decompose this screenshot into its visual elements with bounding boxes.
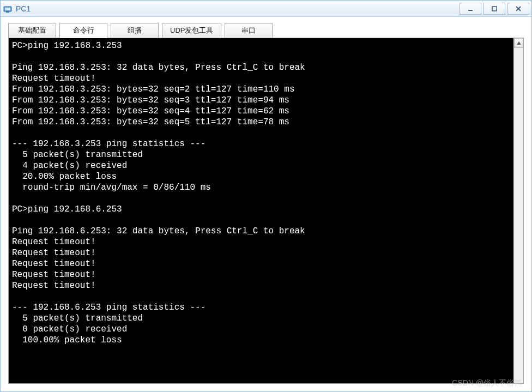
tab-basic-config[interactable]: 基础配置	[8, 23, 56, 38]
tab-multicast[interactable]: 组播	[111, 23, 159, 38]
svg-rect-1	[5, 8, 10, 10]
scrollbar[interactable]	[513, 38, 523, 383]
window-title: PC1	[16, 4, 457, 13]
tab-command-line[interactable]: 命令行	[59, 23, 107, 38]
close-button[interactable]	[507, 3, 529, 15]
app-icon	[3, 4, 13, 14]
svg-rect-2	[6, 11, 9, 13]
terminal-container: PC>ping 192.168.3.253 Ping 192.168.3.253…	[8, 38, 524, 384]
scroll-up-arrow-icon[interactable]	[514, 38, 523, 48]
svg-marker-7	[517, 41, 521, 45]
svg-rect-4	[492, 7, 497, 11]
tabbar: 基础配置 命令行 组播 UDP发包工具 串口	[8, 23, 524, 38]
window-controls	[457, 3, 529, 15]
minimize-button[interactable]	[460, 3, 481, 15]
scroll-track[interactable]	[514, 48, 523, 383]
content-area: 基础配置 命令行 组播 UDP发包工具 串口 PC>ping 192.168.3…	[1, 17, 531, 391]
tab-serial[interactable]: 串口	[225, 23, 273, 38]
terminal-output[interactable]: PC>ping 192.168.3.253 Ping 192.168.3.253…	[9, 38, 513, 383]
tab-udp-tool[interactable]: UDP发包工具	[162, 23, 221, 38]
titlebar: PC1	[1, 1, 531, 17]
maximize-button[interactable]	[483, 3, 505, 15]
app-window: PC1 基础配置 命令行 组播 UDP发包工具 串口 PC>ping 192.1…	[0, 0, 532, 392]
